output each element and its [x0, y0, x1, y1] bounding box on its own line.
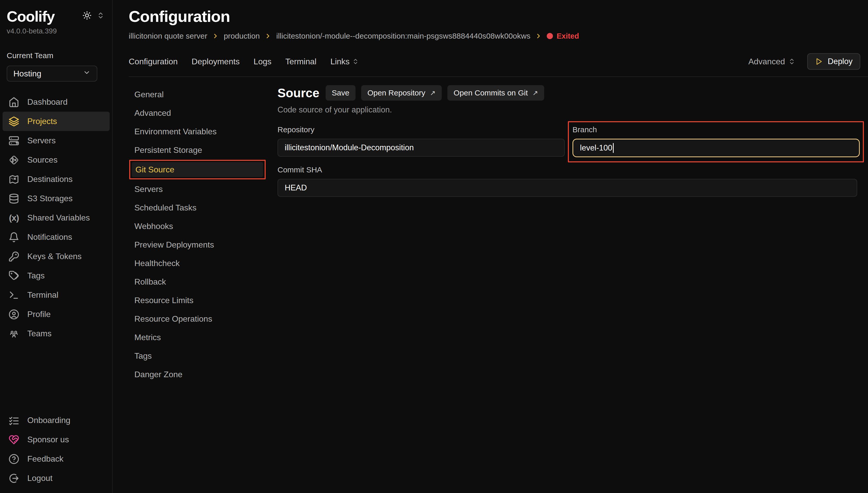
- git-source-form: Source Save Open Repository ↗ Open Commi…: [277, 85, 868, 384]
- breadcrumb: illicitonion quote server production ill…: [129, 31, 868, 40]
- sidebar-item-sources[interactable]: Sources: [3, 150, 110, 170]
- subnav-item-persistent-storage[interactable]: Persistent Storage: [129, 141, 268, 159]
- app-logo: Coolify: [7, 8, 55, 25]
- subnav-item-git-source[interactable]: Git Source: [132, 162, 263, 177]
- sidebar-item-onboarding[interactable]: Onboarding: [3, 411, 110, 430]
- repository-label: Repository: [277, 125, 565, 134]
- sidebar-item-profile[interactable]: Profile: [3, 305, 110, 324]
- subnav-item-advanced[interactable]: Advanced: [129, 104, 268, 122]
- sidebar-item-destinations[interactable]: Destinations: [3, 170, 110, 189]
- bell-icon: [8, 232, 20, 243]
- commit-sha-input[interactable]: HEAD: [277, 179, 857, 197]
- sidebar-item-keys-tokens[interactable]: Keys & Tokens: [3, 247, 110, 266]
- team-select[interactable]: Hosting: [7, 66, 97, 82]
- database-icon: [8, 193, 20, 204]
- status-text: Exited: [556, 32, 579, 40]
- chevron-right-icon: [535, 33, 542, 40]
- subnav-item-resource-limits[interactable]: Resource Limits: [129, 291, 268, 309]
- sidebar-item-feedback[interactable]: Feedback: [3, 449, 110, 469]
- tab-logs[interactable]: Logs: [254, 57, 271, 66]
- subnav-item-rollback[interactable]: Rollback: [129, 273, 268, 291]
- commit-sha-label: Commit SHA: [277, 166, 857, 174]
- logout-icon: [8, 473, 20, 484]
- open-commits-button[interactable]: Open Commits on Git ↗: [447, 85, 544, 101]
- sidebar-item-s3-storages[interactable]: S3 Storages: [3, 189, 110, 208]
- sidebar-item-terminal[interactable]: Terminal: [3, 285, 110, 305]
- sidebar-item-teams[interactable]: Teams: [3, 324, 110, 343]
- status-dot: [547, 33, 553, 39]
- branch-label: Branch: [572, 125, 860, 134]
- sidebar-item-projects[interactable]: Projects: [3, 112, 110, 131]
- app-version: v4.0.0-beta.399: [7, 27, 105, 35]
- tabs-divider: [129, 77, 868, 77]
- sidebar-item-shared-variables[interactable]: (x)Shared Variables: [3, 208, 110, 228]
- tabs-row: Configuration Deployments Logs Terminal …: [129, 53, 868, 70]
- subnav-item-resource-operations[interactable]: Resource Operations: [129, 309, 268, 328]
- subnav-item-healthcheck[interactable]: Healthcheck: [129, 254, 268, 273]
- external-link-icon: ↗: [532, 89, 538, 97]
- sidebar-item-notifications[interactable]: Notifications: [3, 228, 110, 247]
- subnav-item-metrics[interactable]: Metrics: [129, 328, 268, 347]
- heart-handshake-icon: [8, 434, 20, 445]
- page-title: Configuration: [129, 7, 868, 25]
- chevrons-up-down-icon: [788, 58, 796, 65]
- user-circle-icon: [8, 309, 20, 320]
- breadcrumb-application[interactable]: illicitestonion/-module--decomposition:m…: [276, 31, 530, 40]
- chevrons-up-down-icon: [352, 58, 359, 65]
- deploy-button[interactable]: Deploy: [807, 53, 861, 70]
- home-icon: [8, 97, 20, 108]
- theme-toggle-sun-icon[interactable]: [82, 11, 92, 20]
- breadcrumb-project[interactable]: illicitonion quote server: [129, 31, 207, 40]
- variable-icon: (x): [8, 212, 20, 223]
- breadcrumb-environment[interactable]: production: [224, 31, 260, 40]
- current-team-label: Current Team: [0, 51, 112, 60]
- branch-annotation-box: Branch level-100: [568, 121, 864, 163]
- chevrons-up-down-icon[interactable]: [97, 12, 105, 19]
- tab-links[interactable]: Links: [330, 57, 359, 66]
- users-icon: [8, 328, 20, 339]
- server-icon: [8, 135, 20, 146]
- tab-terminal[interactable]: Terminal: [285, 57, 316, 66]
- tab-configuration[interactable]: Configuration: [129, 57, 177, 66]
- subnav-item-scheduled-tasks[interactable]: Scheduled Tasks: [129, 198, 268, 217]
- source-heading: Source: [277, 86, 319, 100]
- sidebar-item-dashboard[interactable]: Dashboard: [3, 92, 110, 112]
- app-root: Coolify v4.0.0-beta.399 Current Team Hos…: [0, 0, 868, 493]
- git-source-icon: [8, 154, 20, 166]
- list-checks-icon: [8, 415, 20, 426]
- subnav-item-environment-variables[interactable]: Environment Variables: [129, 122, 268, 141]
- sidebar-header: Coolify v4.0.0-beta.399: [0, 0, 112, 35]
- help-circle-icon: [8, 453, 20, 465]
- chevron-down-icon: [83, 69, 91, 79]
- sidebar-item-logout[interactable]: Logout: [3, 469, 110, 488]
- terminal-icon: [8, 290, 20, 301]
- sidebar-item-sponsor-us[interactable]: Sponsor us: [3, 430, 110, 449]
- sidebar-item-servers[interactable]: Servers: [3, 131, 110, 150]
- layers-icon: [8, 116, 20, 127]
- sidebar-footer: Onboarding Sponsor us Feedback Logout: [0, 411, 112, 488]
- branch-input[interactable]: level-100: [572, 139, 860, 157]
- tags-icon: [8, 270, 20, 281]
- subnav-item-servers[interactable]: Servers: [129, 180, 268, 198]
- status-badge: Exited: [547, 32, 579, 40]
- repository-field-group: Repository illicitestonion/Module-Decomp…: [277, 125, 565, 157]
- subnav-item-webhooks[interactable]: Webhooks: [129, 217, 268, 235]
- sidebar-item-tags[interactable]: Tags: [3, 266, 110, 285]
- repository-input[interactable]: illicitestonion/Module-Decomposition: [277, 139, 565, 157]
- subnav-item-general[interactable]: General: [129, 85, 268, 104]
- subnav-item-tags[interactable]: Tags: [129, 347, 268, 365]
- chevron-right-icon: [212, 33, 219, 40]
- main-content: Configuration illicitonion quote server …: [113, 0, 868, 493]
- chevron-right-icon: [264, 33, 272, 40]
- tab-deployments[interactable]: Deployments: [192, 57, 240, 66]
- tabs: Configuration Deployments Logs Terminal …: [129, 57, 359, 66]
- text-cursor: [613, 143, 614, 153]
- subnav-item-danger-zone[interactable]: Danger Zone: [129, 365, 268, 384]
- sidebar: Coolify v4.0.0-beta.399 Current Team Hos…: [0, 0, 113, 493]
- play-icon: [815, 58, 823, 65]
- advanced-dropdown[interactable]: Advanced: [748, 57, 795, 66]
- subnav-item-preview-deployments[interactable]: Preview Deployments: [129, 235, 268, 254]
- save-button[interactable]: Save: [326, 85, 356, 101]
- open-repository-button[interactable]: Open Repository ↗: [361, 85, 442, 101]
- git-source-annotation-box: Git Source: [129, 160, 266, 179]
